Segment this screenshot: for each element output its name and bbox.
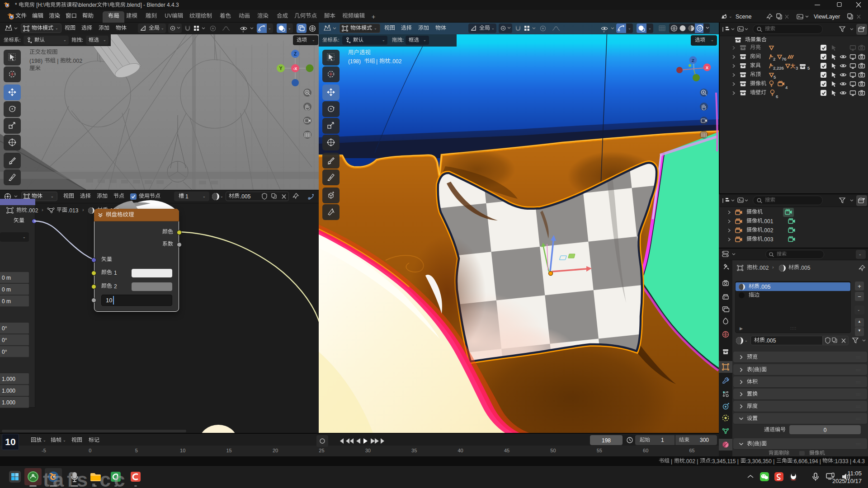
svg-text:-X: -X bbox=[293, 66, 297, 71]
svg-text:Z: Z bbox=[294, 52, 297, 56]
svg-text:Y: Y bbox=[279, 66, 283, 71]
svg-text:X: X bbox=[706, 66, 708, 70]
svg-text:Z: Z bbox=[692, 58, 694, 63]
